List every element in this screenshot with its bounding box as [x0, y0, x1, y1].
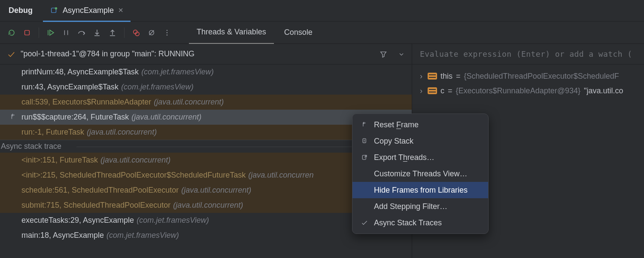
menu-customize-threads[interactable]: Customize Threads View…: [352, 166, 488, 182]
step-out-button[interactable]: [106, 26, 119, 39]
rerun-button[interactable]: [5, 26, 18, 39]
view-breakpoints-button[interactable]: [130, 26, 143, 39]
frames-list[interactable]: printNum:48, AsyncExample$Task(com.jet.f…: [0, 64, 412, 258]
filter-icon[interactable]: [379, 50, 388, 58]
menu-export-threads[interactable]: Export Threads…: [352, 149, 488, 166]
menu-async-stack-traces[interactable]: Async Stack Traces: [352, 215, 488, 231]
more-button[interactable]: [161, 26, 173, 39]
pause-button[interactable]: [60, 26, 73, 39]
context-menu: Reset Frame Copy Stack Export Threads… C…: [352, 114, 489, 234]
stack-frame[interactable]: printNum:48, AsyncExample$Task(com.jet.f…: [0, 64, 412, 80]
stack-frame[interactable]: <init>:215, ScheduledThreadPoolExecutor$…: [0, 168, 412, 183]
menu-hide-frames-libraries[interactable]: Hide Frames from Libraries: [352, 182, 488, 198]
chevron-down-icon[interactable]: [397, 50, 406, 58]
stack-frame[interactable]: executeTasks:29, AsyncExample(com.jet.fr…: [0, 213, 412, 228]
menu-copy-stack[interactable]: Copy Stack: [352, 133, 488, 149]
run-config-icon: [50, 6, 58, 15]
step-over-button[interactable]: [75, 26, 88, 39]
separator: [124, 28, 125, 38]
svg-rect-2: [25, 30, 30, 35]
object-icon: [428, 87, 437, 94]
svg-point-7: [167, 32, 167, 33]
separator: [39, 28, 39, 38]
svg-rect-10: [362, 155, 366, 160]
stack-frame[interactable]: main:18, AsyncExample(com.jet.framesView…: [0, 228, 412, 243]
check-icon: [360, 219, 369, 226]
stack-frame[interactable]: <init>:151, FutureTask(java.util.concurr…: [0, 153, 412, 168]
expand-icon[interactable]: ›: [418, 86, 424, 95]
stack-frame-selected[interactable]: run$$$capture:264, FutureTask(java.util.…: [0, 110, 412, 125]
stop-button[interactable]: [21, 26, 33, 39]
evaluate-expression-input[interactable]: Evaluate expression (Enter) or add a wat…: [412, 44, 644, 64]
stack-frame[interactable]: run:43, AsyncExample$Task(com.jet.frames…: [0, 80, 412, 95]
thread-status[interactable]: "pool-1-thread-1"@784 in group "main": R…: [21, 49, 194, 58]
file-tab-label: AsyncExample: [63, 6, 114, 15]
menu-reset-frame[interactable]: Reset Frame: [352, 117, 488, 133]
step-into-button[interactable]: [91, 26, 103, 39]
stack-frame[interactable]: run:-1, FutureTask(java.util.concurrent): [0, 125, 412, 140]
resume-button[interactable]: [44, 26, 57, 39]
copy-icon: [360, 138, 369, 144]
reset-frame-icon: [9, 113, 17, 123]
svg-rect-9: [363, 138, 366, 143]
variable-row[interactable]: › this = {ScheduledThreadPoolExecutor$Sc…: [418, 69, 644, 83]
svg-point-6: [167, 30, 167, 31]
tab-console[interactable]: Console: [276, 22, 320, 44]
variable-row[interactable]: › c = {Executors$RunnableAdapter@934} "j…: [418, 83, 644, 98]
stack-frame[interactable]: submit:715, ScheduledThreadPoolExecutor(…: [0, 198, 412, 213]
reset-icon: [360, 121, 369, 128]
close-icon[interactable]: ✕: [118, 6, 124, 14]
debug-title: Debug: [7, 6, 40, 15]
export-icon: [360, 154, 369, 161]
async-section-label: Async stack trace: [0, 140, 412, 153]
check-icon: [7, 50, 15, 58]
stack-frame[interactable]: call:539, Executors$RunnableAdapter(java…: [0, 95, 412, 110]
file-tab[interactable]: AsyncExample ✕: [43, 0, 131, 22]
stack-frame[interactable]: schedule:561, ScheduledThreadPoolExecuto…: [0, 183, 412, 198]
svg-point-8: [167, 34, 167, 35]
object-icon: [428, 73, 437, 80]
svg-point-1: [55, 7, 57, 9]
mute-breakpoints-button[interactable]: [145, 26, 158, 39]
menu-add-stepping-filter[interactable]: Add Stepping Filter…: [352, 198, 488, 215]
tab-threads-variables[interactable]: Threads & Variables: [189, 22, 274, 44]
expand-icon[interactable]: ›: [418, 72, 424, 81]
